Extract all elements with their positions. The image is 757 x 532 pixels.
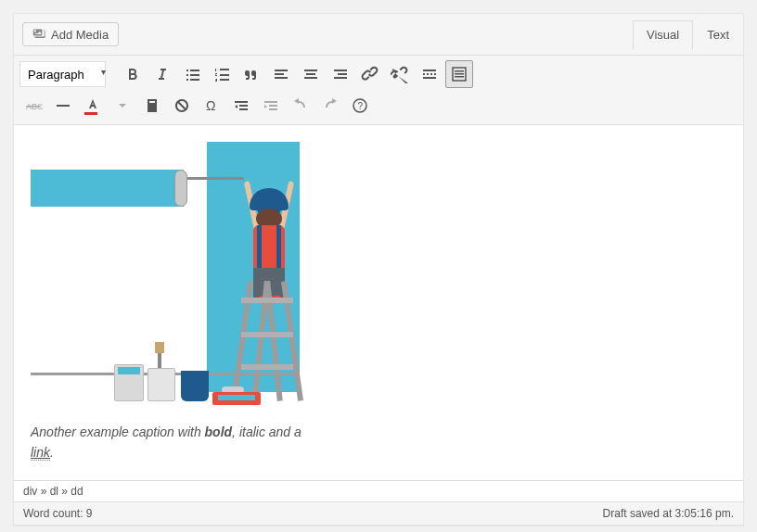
italic-button[interactable] — [148, 60, 176, 88]
tab-text[interactable]: Text — [693, 20, 743, 49]
element-path[interactable]: div » dl » dd — [14, 480, 743, 501]
outdent-button[interactable] — [227, 92, 255, 120]
tab-visual[interactable]: Visual — [633, 20, 693, 50]
unlink-icon — [391, 65, 409, 83]
strikethrough-button[interactable]: ABC — [19, 92, 47, 120]
indent-icon — [262, 96, 280, 115]
numbered-list-icon — [212, 65, 231, 83]
caption-text-2: , italic and a — [232, 424, 302, 439]
svg-text:?: ? — [358, 101, 364, 111]
redo-button[interactable] — [316, 92, 344, 120]
align-left-button[interactable] — [267, 60, 295, 88]
link-icon — [361, 65, 379, 83]
help-button[interactable]: ? — [346, 92, 374, 120]
caption-link[interactable]: link — [31, 445, 50, 461]
blockquote-button[interactable] — [237, 60, 265, 88]
add-media-label: Add Media — [51, 28, 109, 42]
special-char-button[interactable]: Ω — [198, 92, 225, 120]
numbered-list-button[interactable] — [208, 60, 236, 88]
hr-icon — [54, 96, 72, 115]
align-center-icon — [302, 65, 320, 83]
hr-button[interactable] — [49, 92, 77, 120]
caption-bold: bold — [205, 424, 233, 439]
strikethrough-icon: ABC — [24, 96, 43, 115]
align-right-button[interactable] — [327, 60, 354, 88]
editor-content[interactable]: Another example caption with bold, itali… — [14, 125, 743, 480]
text-color-dropdown[interactable] — [109, 92, 136, 120]
omega-icon: Ω — [202, 96, 221, 115]
align-left-icon — [272, 65, 290, 83]
undo-icon — [291, 96, 310, 115]
image-caption[interactable]: Another example caption with bold, itali… — [31, 422, 327, 463]
link-button[interactable] — [356, 60, 384, 88]
format-select[interactable]: Paragraph — [19, 61, 106, 87]
paste-text-icon — [143, 96, 161, 115]
paste-text-button[interactable] — [138, 92, 166, 120]
svg-text:Ω: Ω — [206, 98, 215, 113]
illustration-image[interactable] — [31, 142, 309, 411]
bullet-list-button[interactable] — [178, 60, 206, 88]
undo-button[interactable] — [287, 92, 314, 120]
editor-tabs: Visual Text — [633, 20, 743, 49]
caption-text-1: Another example caption with — [31, 424, 205, 439]
bold-button[interactable] — [119, 60, 147, 88]
bullet-list-icon — [183, 65, 201, 83]
outdent-icon — [232, 96, 250, 115]
toolbar-toggle-button[interactable] — [445, 60, 473, 88]
status-bar: Word count: 9 Draft saved at 3:05:16 pm. — [14, 501, 743, 525]
align-right-icon — [331, 65, 350, 83]
read-more-icon — [420, 65, 439, 83]
toolbar: Paragraph ABC Ω — [14, 56, 743, 125]
text-color-button[interactable] — [79, 92, 107, 120]
caption-text-3: . — [50, 445, 54, 460]
blockquote-icon — [242, 65, 261, 83]
bold-icon — [123, 65, 142, 83]
clear-format-button[interactable] — [168, 92, 196, 120]
italic-icon — [153, 65, 172, 83]
toolbar-toggle-icon — [450, 65, 468, 83]
add-media-button[interactable]: Add Media — [22, 22, 119, 46]
help-icon: ? — [351, 96, 369, 115]
clear-format-icon — [173, 96, 191, 115]
redo-icon — [321, 96, 340, 115]
save-status: Draft saved at 3:05:16 pm. — [603, 507, 734, 520]
unlink-button[interactable] — [386, 60, 414, 88]
chevron-down-icon — [113, 96, 132, 115]
read-more-button[interactable] — [416, 60, 443, 88]
align-center-button[interactable] — [297, 60, 325, 88]
indent-button[interactable] — [257, 92, 285, 120]
word-count: Word count: 9 — [23, 507, 92, 520]
media-icon — [32, 27, 47, 42]
